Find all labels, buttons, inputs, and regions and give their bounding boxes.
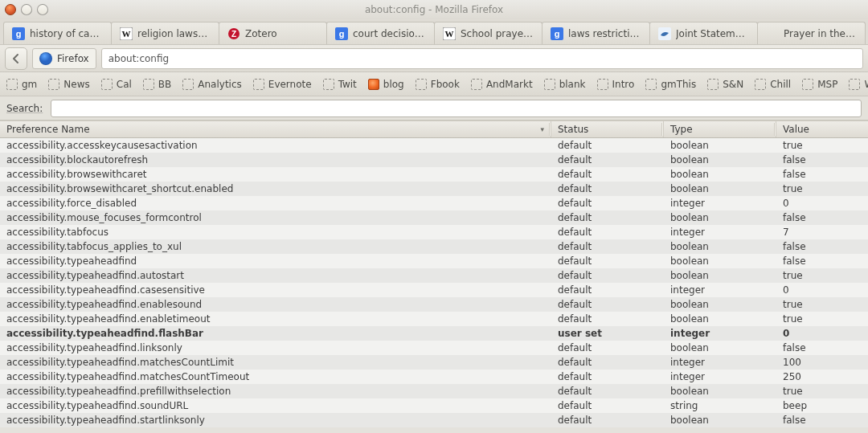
tab-label: religion laws us … [137, 28, 211, 39]
window-close-button[interactable] [5, 4, 16, 15]
tab-label: School prayer - … [461, 28, 534, 39]
cell-status: default [551, 283, 664, 297]
table-row[interactable]: accessibility.accesskeycausesactivationd… [0, 138, 868, 153]
window-minimize-button[interactable] [21, 4, 32, 15]
bookmark-icon [597, 79, 608, 90]
table-row[interactable]: accessibility.typeaheadfind.enablesoundd… [0, 297, 868, 312]
url-text: about:config [108, 53, 169, 64]
table-row[interactable]: accessibility.blockautorefreshdefaultboo… [0, 153, 868, 167]
bookmark-item[interactable]: Evernote [253, 79, 312, 90]
bookmark-item[interactable]: BB [143, 79, 171, 90]
cell-type: boolean [664, 297, 776, 312]
table-row[interactable]: accessibility.mouse_focuses_formcontrold… [0, 210, 868, 225]
tab[interactable]: ZZotero [219, 22, 327, 44]
bookmark-item[interactable]: Cal [101, 79, 132, 90]
bookmark-item[interactable]: AndMarkt [471, 79, 533, 90]
cell-type: integer [664, 196, 776, 210]
bookmark-item[interactable]: News [48, 79, 89, 90]
table-row[interactable]: accessibility.typeaheadfind.autostartdef… [0, 268, 868, 283]
tab[interactable]: glaws restricting … [542, 22, 650, 44]
column-status[interactable]: Status [551, 121, 664, 137]
cell-value: true [776, 384, 868, 398]
tab-favicon-icon [766, 27, 779, 40]
cell-status: default [551, 153, 664, 167]
cell-type: integer [664, 283, 776, 297]
cell-name: accessibility.typeaheadfind.linksonly [0, 341, 551, 355]
table-row[interactable]: accessibility.tabfocus_applies_to_xuldef… [0, 239, 868, 254]
cell-status: default [551, 138, 664, 153]
table-row[interactable]: accessibility.typeaheadfind.prefillwiths… [0, 384, 868, 398]
cell-status: default [551, 297, 664, 312]
search-input[interactable] [51, 100, 862, 117]
cell-value: false [776, 254, 868, 268]
cell-name: accessibility.tabfocus_applies_to_xul [0, 239, 551, 254]
table-row[interactable]: accessibility.force_disableddefaultinteg… [0, 196, 868, 210]
tab[interactable]: WSchool prayer - … [434, 22, 542, 44]
svg-text:Z: Z [231, 30, 236, 39]
column-preference-name[interactable]: Preference Name ▾ [0, 121, 551, 137]
cell-name: accessibility.blockautorefresh [0, 153, 551, 167]
bookmark-item[interactable]: S&N [707, 79, 743, 90]
cell-name: accessibility.typeaheadfind.soundURL [0, 398, 551, 413]
sort-indicator-icon: ▾ [540, 125, 544, 133]
bookmark-item[interactable]: gm [6, 79, 37, 90]
tab[interactable]: Wreligion laws us … [111, 22, 219, 44]
table-row[interactable]: accessibility.typeaheadfind.matchesCount… [0, 370, 868, 384]
bookmark-label: News [63, 79, 89, 90]
table-row[interactable]: accessibility.browsewithcaretdefaultbool… [0, 167, 868, 182]
bookmark-icon [48, 79, 59, 90]
url-bar[interactable]: about:config [101, 48, 863, 69]
tab-label: history of catho… [30, 28, 103, 39]
table-row[interactable]: accessibility.browsewithcaret_shortcut.e… [0, 182, 868, 196]
bookmark-item[interactable]: Fbook [416, 79, 460, 90]
table-row[interactable]: accessibility.typeaheadfind.flashBaruser… [0, 326, 868, 341]
cell-type: integer [664, 326, 776, 341]
table-row[interactable]: accessibility.tabfocusdefaultinteger7 [0, 225, 868, 239]
bookmark-icon [802, 79, 813, 90]
column-splitter[interactable] [774, 123, 776, 136]
cell-value: false [776, 210, 868, 225]
column-type[interactable]: Type [664, 121, 776, 137]
identity-box[interactable]: Firefox [32, 48, 96, 69]
table-row[interactable]: accessibility.typeaheadfind.casesensitiv… [0, 283, 868, 297]
cell-type: boolean [664, 153, 776, 167]
table-row[interactable]: accessibility.typeaheadfind.enabletimeou… [0, 312, 868, 326]
back-button[interactable] [5, 47, 27, 70]
cell-status: default [551, 254, 664, 268]
cell-type: boolean [664, 239, 776, 254]
bookmark-item[interactable]: blog [368, 79, 404, 90]
tab[interactable]: Prayer in the Pu [757, 22, 866, 44]
table-row[interactable]: accessibility.typeaheadfind.matchesCount… [0, 355, 868, 370]
tab[interactable]: gcourt decision … [326, 22, 435, 44]
grid-body: accessibility.accesskeycausesactivationd… [0, 138, 868, 427]
bookmark-item[interactable]: WordCloud [849, 79, 868, 90]
column-splitter[interactable] [661, 123, 663, 136]
tab[interactable]: ghistory of catho… [3, 22, 112, 44]
bookmark-item[interactable]: Chill [755, 79, 791, 90]
bookmark-item[interactable]: Intro [597, 79, 635, 90]
bookmark-item[interactable]: Analytics [182, 79, 242, 90]
column-splitter[interactable] [549, 123, 551, 136]
cell-value: 0 [776, 283, 868, 297]
cell-type: boolean [664, 413, 776, 427]
bookmark-item[interactable]: blank [544, 79, 586, 90]
cell-name: accessibility.typeaheadfind.flashBar [0, 326, 551, 341]
bookmark-item[interactable]: Twit [323, 79, 357, 90]
tab[interactable]: Joint Statemen… [649, 22, 758, 44]
table-row[interactable]: accessibility.typeaheadfind.soundURLdefa… [0, 398, 868, 413]
table-row[interactable]: accessibility.typeaheadfind.linksonlydef… [0, 341, 868, 355]
bookmark-icon [707, 79, 719, 90]
cell-status: default [551, 355, 664, 370]
table-row[interactable]: accessibility.typeaheadfinddefaultboolea… [0, 254, 868, 268]
bookmark-item[interactable]: MSP [802, 79, 837, 90]
cell-status: default [551, 398, 664, 413]
window-title: about:config - Mozilla Firefox [0, 4, 868, 15]
cell-status: default [551, 413, 664, 427]
bookmarks-toolbar: gmNewsCalBBAnalyticsEvernoteTwitblogFboo… [0, 72, 868, 96]
cell-name: accessibility.typeaheadfind.enablesound [0, 297, 551, 312]
column-value[interactable]: Value [776, 121, 868, 137]
window-maximize-button[interactable] [37, 4, 48, 15]
table-row[interactable]: accessibility.typeaheadfind.startlinkson… [0, 413, 868, 427]
bookmark-item[interactable]: gmThis [645, 79, 696, 90]
bookmark-icon [645, 79, 657, 90]
